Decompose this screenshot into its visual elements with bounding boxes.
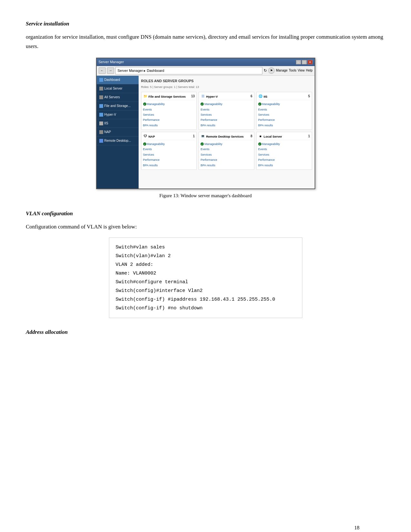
hyper-v-manageability[interactable]: ✓ Manageability (201, 102, 252, 107)
remote-desktop-icon (99, 139, 103, 143)
remote-desktop-role-icon: 💻 (201, 134, 205, 139)
close-button[interactable]: ✕ (308, 60, 313, 64)
manage-menu[interactable]: Manage (276, 68, 288, 73)
sidebar-item-all-servers[interactable]: All Servers (97, 93, 139, 102)
sidebar-dashboard-label: Dashboard (104, 77, 120, 82)
view-menu[interactable]: View (298, 68, 305, 73)
roles-header: ROLES AND SERVER GROUPS (141, 78, 312, 84)
nap-manageability[interactable]: ✓ Manageability (143, 141, 195, 147)
remote-desktop-performance[interactable]: Performance (201, 157, 252, 162)
local-server-performance[interactable]: Performance (258, 157, 310, 162)
window-body: Dashboard Local Server All Servers File … (97, 76, 315, 189)
refresh-icon[interactable]: ↻ (264, 68, 267, 74)
all-servers-icon (99, 95, 103, 99)
sidebar-item-iis[interactable]: IIS (97, 119, 139, 128)
nap-services[interactable]: Services (143, 152, 195, 157)
vlan-title: VLAN configuration (26, 209, 385, 218)
role-card-file-storage: 📁 File and Storage Services 13 ✓ Managea… (141, 92, 197, 130)
iis-performance[interactable]: Performance (258, 117, 310, 122)
sidebar-item-remote-desktop[interactable]: Remote Desktop... (97, 137, 139, 145)
iis-manageability[interactable]: ✓ Manageability (258, 102, 310, 107)
file-storage-manageability[interactable]: ✓ Manageability (143, 102, 195, 107)
hyper-v-performance[interactable]: Performance (201, 117, 252, 122)
code-line-7: Switch(config-if) #ip​address 192.168.43… (116, 295, 296, 304)
roles-grid: 📁 File and Storage Services 13 ✓ Managea… (141, 92, 312, 170)
local-server-services[interactable]: Services (258, 152, 310, 157)
sidebar-file-label: File and Storage... (104, 103, 131, 109)
iis-card-title: IIS (264, 94, 268, 99)
file-storage-events[interactable]: Events (143, 107, 195, 112)
hyper-v-events[interactable]: Events (201, 107, 252, 112)
iis-services[interactable]: Services (258, 112, 310, 117)
local-server-bpa[interactable]: BPA results (258, 163, 310, 168)
sidebar-item-local-server[interactable]: Local Server (97, 84, 139, 93)
nap-icon (99, 130, 103, 134)
remote-desktop-events[interactable]: Events (201, 147, 252, 152)
file-storage-services[interactable]: Services (143, 112, 195, 117)
iis-events[interactable]: Events (258, 107, 310, 112)
code-box: Switch#vlan sales Switch(vlan)#vlan 2 VL… (109, 237, 302, 318)
sidebar-all-label: All Servers (104, 95, 120, 100)
sidebar-item-dashboard[interactable]: Dashboard (97, 76, 139, 84)
code-line-3: VLAN 2 added: (116, 260, 296, 269)
minimize-button[interactable]: − (296, 60, 301, 64)
page-number: 18 (354, 524, 359, 532)
remote-desktop-manageability[interactable]: ✓ Manageability (201, 141, 252, 147)
code-line-4: Name: VLAN0002 (116, 269, 296, 278)
window-controls: − □ ✕ (296, 60, 313, 64)
code-line-1: Switch#vlan sales (116, 243, 296, 252)
figure-caption: Figure 13: Window server manager's dashb… (159, 192, 251, 199)
hyper-v-card-title: Hyper-V (206, 94, 218, 99)
file-storage-role-icon: 📁 (143, 94, 148, 99)
nap-card-title: NAP (149, 134, 155, 139)
back-button[interactable]: ← (99, 67, 106, 74)
remote-desktop-manageability-icon: ✓ (201, 142, 204, 146)
role-card-iis: 🌐 IIS 5 ✓ Manageability Events Services (256, 92, 312, 130)
remote-desktop-bpa[interactable]: BPA results (201, 163, 252, 168)
help-menu[interactable]: Help (306, 68, 313, 73)
hyper-v-icon (99, 113, 103, 117)
sidebar-item-file-storage[interactable]: File and Storage... (97, 102, 139, 111)
local-server-icon (99, 87, 103, 91)
sidebar: Dashboard Local Server All Servers File … (97, 76, 139, 189)
window-titlebar: Server Manager − □ ✕ (97, 58, 315, 66)
hyper-v-bpa[interactable]: BPA results (201, 123, 252, 128)
local-server-manageability-icon: ✓ (258, 142, 261, 146)
nap-events[interactable]: Events (143, 147, 195, 152)
sidebar-item-hyper-v[interactable]: Hyper-V (97, 111, 139, 119)
hyper-v-role-icon: ☷ (201, 94, 205, 99)
nap-count: 1 (193, 134, 195, 139)
hyper-v-manageability-icon: ✓ (201, 102, 204, 106)
hyper-v-services[interactable]: Services (201, 112, 252, 117)
local-server-events[interactable]: Events (258, 147, 310, 152)
remote-desktop-services[interactable]: Services (201, 152, 252, 157)
file-storage-performance[interactable]: Performance (143, 117, 195, 122)
window-title: Server Manager (99, 59, 124, 65)
sidebar-iis-label: IIS (104, 121, 108, 126)
service-installation-body: organization for service installation, m… (26, 33, 385, 51)
main-content: ROLES AND SERVER GROUPS Roles: 5 | Serve… (139, 76, 315, 189)
sidebar-local-label: Local Server (104, 86, 122, 91)
sidebar-nap-label: NAP (104, 130, 111, 135)
iis-bpa[interactable]: BPA results (258, 123, 310, 128)
local-server-card-title: Local Server (264, 134, 282, 139)
local-server-manageability[interactable]: ✓ Manageability (258, 141, 310, 147)
file-storage-bpa[interactable]: BPA results (143, 123, 195, 128)
nap-performance[interactable]: Performance (143, 157, 195, 162)
nap-manageability-icon: ✓ (143, 142, 146, 146)
iis-icon (99, 121, 103, 125)
local-server-count: 1 (308, 134, 310, 139)
file-storage-count: 13 (191, 94, 195, 99)
tools-menu[interactable]: Tools (289, 68, 296, 73)
local-server-role-icon: ■ (258, 134, 263, 139)
file-storage-card-title: File and Storage Services (149, 94, 186, 99)
maximize-button[interactable]: □ (302, 60, 307, 64)
file-storage-icon (99, 104, 103, 108)
sidebar-item-nap[interactable]: NAP (97, 128, 139, 137)
iis-count: 5 (308, 94, 310, 99)
role-card-remote-desktop: 💻 Remote Desktop Services 8 ✓ Manageabil… (199, 132, 254, 170)
nap-bpa[interactable]: BPA results (143, 163, 195, 168)
manageability-icon: ✓ (143, 102, 146, 106)
roles-subheader: Roles: 5 | Server groups: 1 | Servers to… (141, 85, 312, 89)
forward-button[interactable]: → (107, 67, 114, 74)
